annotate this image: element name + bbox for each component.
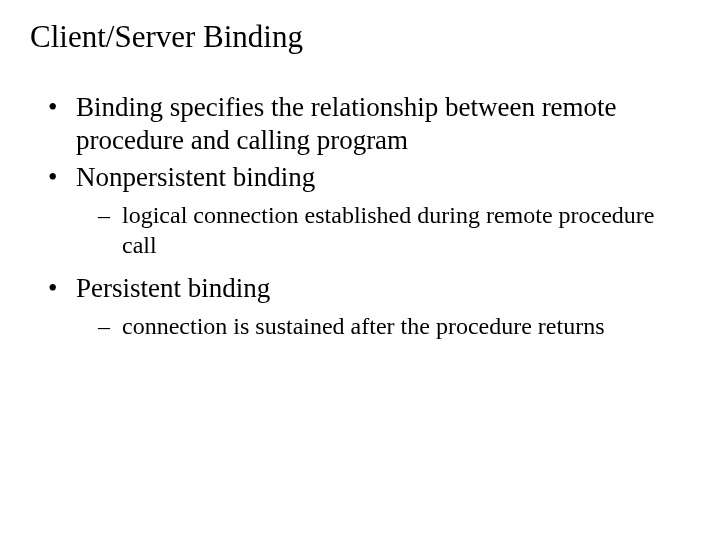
bullet-text: Nonpersistent binding [76, 162, 315, 192]
bullet-text: logical connection established during re… [122, 202, 654, 258]
list-item: Binding specifies the relationship betwe… [58, 91, 690, 157]
sub-bullet-list: logical connection established during re… [76, 200, 690, 260]
slide: Client/Server Binding Binding specifies … [0, 0, 720, 540]
bullet-text: Binding specifies the relationship betwe… [76, 92, 617, 155]
bullet-list: Binding specifies the relationship betwe… [30, 91, 690, 341]
bullet-text: Persistent binding [76, 273, 270, 303]
bullet-text: connection is sustained after the proced… [122, 313, 604, 339]
list-item: Persistent binding connection is sustain… [58, 272, 690, 341]
list-item: connection is sustained after the proced… [106, 311, 690, 341]
list-item: Nonpersistent binding logical connection… [58, 161, 690, 260]
slide-title: Client/Server Binding [30, 18, 690, 55]
sub-bullet-list: connection is sustained after the proced… [76, 311, 690, 341]
list-item: logical connection established during re… [106, 200, 690, 260]
